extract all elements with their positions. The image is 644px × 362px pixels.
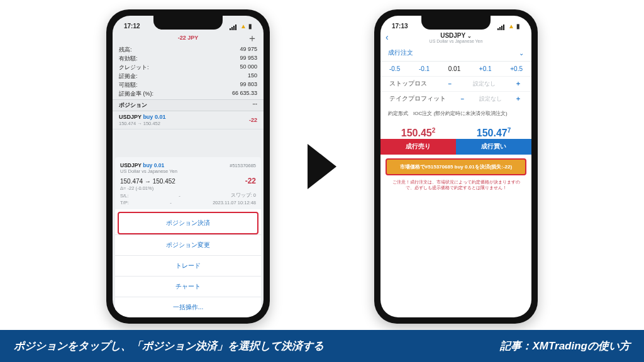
back-icon[interactable]: ‹ (386, 32, 389, 42)
take-profit-row: テイクプロフィット − 設定なし ＋ (380, 91, 531, 106)
menu-chart[interactable]: チャート (115, 276, 261, 297)
context-menu: ポジション決済 ポジション変更 トレード チャート 一括操作... (115, 209, 261, 317)
position-row[interactable]: USDJPY buy 0.01 150.474 → 150.452 -22 (113, 111, 264, 129)
phone-right: 17:13 ▲ ▮ ‹ USDJPY ⌄ US Dollar vs Japane… (374, 9, 538, 324)
add-icon[interactable]: ＋ (247, 32, 257, 45)
quantity-value[interactable]: 0.01 (448, 65, 460, 72)
signal-icon (230, 23, 238, 29)
quantity-stepper: -0.5 -0.1 0.01 +0.1 +0.5 (380, 62, 531, 76)
warning-text: ご注意！成行注文は、市場状況によって約定価格が決まりますので、必ずしも提示価格で… (380, 175, 531, 194)
step-plus-05[interactable]: +0.5 (510, 65, 523, 72)
ask-price: 150.477 (456, 127, 531, 139)
sl-plus[interactable]: ＋ (514, 80, 523, 88)
title-bar: ‹ USDJPY ⌄ US Dollar vs Japanese Yen (380, 31, 531, 45)
stop-loss-row: ストップロス − 設定なし ＋ (380, 76, 531, 91)
phone-left: 17:12 ▲ ▮ -22 JPY ＋ 残高:49 975 有効額:99 953… (106, 9, 270, 324)
battery-icon: ▮ (516, 23, 520, 30)
footer-caption: ポジションをタップし、「ポジション決済」を選択して決済する (14, 339, 324, 353)
clock: 17:12 (124, 23, 140, 30)
pl-title: -22 JPY (178, 35, 199, 41)
price-panel: 150.452 150.477 (380, 123, 531, 139)
clock: 17:13 (392, 23, 408, 30)
signal-icon (497, 23, 506, 29)
step-minus-01[interactable]: -0.1 (419, 65, 430, 72)
close-position-button[interactable]: 市場価格で#515370685 buy 0.01を決済(損失:-22) (386, 158, 526, 175)
positions-header: ポジション ··· (113, 99, 264, 111)
arrow-icon (308, 144, 336, 189)
order-type-select[interactable]: 成行注文 ⌄ (380, 45, 531, 62)
chevron-down-icon[interactable]: ⌄ (467, 33, 472, 39)
sl-minus[interactable]: − (445, 80, 454, 87)
tp-minus[interactable]: − (458, 96, 467, 102)
menu-modify-position[interactable]: ポジション変更 (115, 234, 261, 255)
position-card: USDJPY buy 0.01 #515370685 US Dollar vs … (115, 157, 261, 209)
status-icons: ▲ ▮ (497, 23, 520, 30)
chevron-down-icon: ⌄ (519, 50, 524, 57)
position-pl: -22 (249, 117, 257, 123)
status-bar: 17:12 ▲ ▮ (113, 16, 264, 31)
exec-type: 約定形式 IOC注文 (部分約定時に未決済分取消注文) (380, 106, 531, 121)
footer-article: 記事：XMTradingの使い方 (500, 339, 630, 353)
tp-plus[interactable]: ＋ (514, 95, 523, 103)
wifi-icon: ▲ (240, 23, 247, 30)
sell-button[interactable]: 成行売り (380, 139, 456, 155)
footer-banner: ポジションをタップし、「ポジション決済」を選択して決済する 記事：XMTradi… (0, 330, 644, 362)
title-bar: -22 JPY ＋ (113, 31, 264, 45)
bid-price: 150.452 (380, 127, 456, 139)
status-bar: 17:13 ▲ ▮ (380, 16, 531, 31)
wifi-icon: ▲ (508, 23, 514, 30)
account-summary: 残高:49 975 有効額:99 953 クレジット:50 000 証拠金:15… (113, 45, 264, 99)
menu-close-position[interactable]: ポジション決済 (118, 212, 258, 234)
menu-trade[interactable]: トレード (115, 255, 261, 276)
status-icons: ▲ ▮ (230, 23, 252, 30)
battery-icon: ▮ (248, 23, 252, 30)
step-plus-01[interactable]: +0.1 (479, 65, 492, 72)
buy-button[interactable]: 成行買い (456, 139, 531, 155)
step-minus-05[interactable]: -0.5 (389, 65, 400, 72)
more-icon[interactable]: ··· (252, 101, 257, 109)
menu-bulk[interactable]: 一括操作... (115, 297, 261, 317)
